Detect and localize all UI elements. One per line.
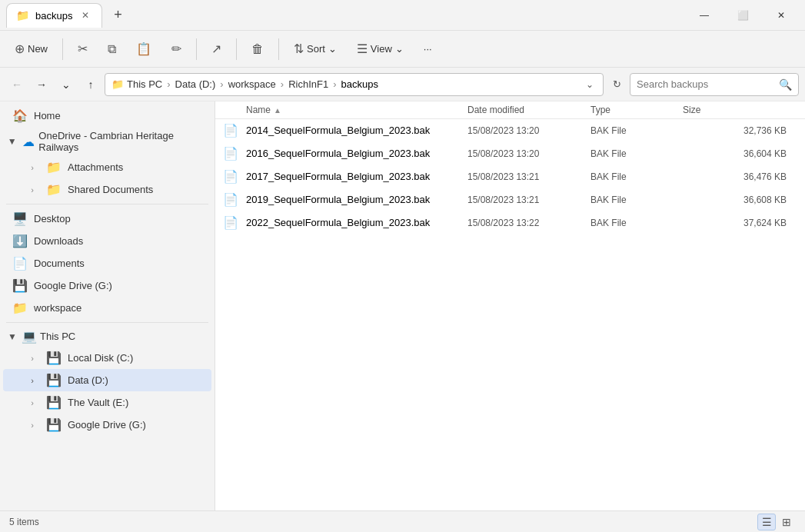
- file-name-cell: 2014_SequelFormula_Belgium_2023.bak: [240, 125, 467, 136]
- sidebar-item-workspace[interactable]: 📁 workspace 📌: [3, 297, 211, 319]
- sidebar-group-onedrive[interactable]: ▼ ☁ OneDrive - Cambrian Heritage Railway…: [0, 127, 215, 156]
- file-name-cell: 2016_SequelFormula_Belgium_2023.bak: [240, 148, 467, 159]
- refresh-button[interactable]: ↻: [607, 75, 627, 95]
- sort-chevron-icon: ⌄: [328, 43, 337, 55]
- sidebar-divider-1: [6, 204, 208, 204]
- sidebar-group-thispc[interactable]: ▼ 💻 This PC: [0, 326, 215, 347]
- rename-icon: ✏: [171, 42, 181, 56]
- window-controls: — ⬜ ✕: [687, 3, 799, 28]
- col-date-label: Date modified: [467, 105, 524, 115]
- onedrive-expand-icon: ▼: [6, 136, 18, 147]
- file-type-cell: BAK File: [590, 171, 683, 182]
- minimize-button[interactable]: —: [687, 3, 722, 28]
- gdrive-expand-icon: ›: [25, 421, 40, 430]
- toolbar-sep-2: [196, 38, 197, 60]
- sidebar-item-vault-e[interactable]: › 💾 The Vault (E:): [3, 391, 211, 414]
- view-icon: ☰: [357, 42, 368, 56]
- grid-view-button[interactable]: ⊞: [777, 514, 796, 530]
- col-name-label: Name: [246, 105, 271, 115]
- back-button[interactable]: ←: [6, 74, 28, 95]
- search-icon: 🔍: [779, 78, 792, 91]
- thispc-icon: 💻: [22, 329, 37, 344]
- up-button[interactable]: ↑: [80, 74, 101, 95]
- file-bak-icon: 📄: [221, 123, 240, 138]
- addressbar: ← → ⌄ ↑ 📁 This PC › Data (D:) › workspac…: [0, 68, 805, 101]
- search-input[interactable]: [637, 78, 776, 90]
- vault-label: The Vault (E:): [68, 397, 205, 408]
- sidebar-item-desktop[interactable]: 🖥️ Desktop 📌: [3, 208, 211, 230]
- sidebar-item-data-d[interactable]: › 💾 Data (D:): [3, 369, 211, 391]
- col-date-header[interactable]: Date modified: [467, 105, 590, 115]
- sort-label: Sort: [307, 43, 325, 55]
- tab-close-button[interactable]: ✕: [78, 8, 92, 22]
- tab-folder-icon: 📁: [16, 9, 29, 22]
- paste-button[interactable]: 📋: [128, 36, 160, 62]
- share-button[interactable]: ↗: [203, 36, 230, 62]
- toolbar: ⊕ New ✂ ⧉ 📋 ✏ ↗ 🗑 ⇅ Sort ⌄ ☰ View ⌄ ···: [0, 31, 805, 68]
- gdrive-quick-label: Google Drive (G:): [34, 280, 188, 291]
- sidebar: 🏠 Home ▼ ☁ OneDrive - Cambrian Heritage …: [0, 101, 215, 510]
- address-dropdown-button[interactable]: ⌄: [583, 78, 597, 91]
- tab-backups[interactable]: 📁 backups ✕: [6, 3, 102, 28]
- shared-docs-label: Shared Documents: [68, 184, 205, 195]
- col-size-header[interactable]: Size: [683, 105, 799, 115]
- file-name-cell: 2022_SequelFormula_Belgium_2023.bak: [240, 217, 467, 228]
- search-box[interactable]: 🔍: [630, 73, 799, 96]
- file-name-cell: 2017_SequelFormula_Belgium_2023.bak: [240, 171, 467, 182]
- delete-button[interactable]: 🗑: [243, 37, 272, 62]
- file-size-cell: 36,476 KB: [683, 171, 799, 182]
- col-name-header[interactable]: Name ▲: [221, 105, 467, 115]
- col-type-header[interactable]: Type: [590, 105, 683, 115]
- sort-icon: ⇅: [294, 42, 304, 56]
- table-row[interactable]: 📄 2014_SequelFormula_Belgium_2023.bak 15…: [215, 119, 805, 142]
- file-bak-icon: 📄: [221, 169, 240, 184]
- col-size-label: Size: [683, 105, 700, 115]
- sidebar-item-documents[interactable]: 📄 Documents 📌: [3, 252, 211, 274]
- file-type-cell: BAK File: [590, 218, 683, 228]
- file-size-cell: 32,736 KB: [683, 125, 799, 136]
- new-button[interactable]: ⊕ New: [6, 36, 56, 62]
- view-label: View: [371, 43, 392, 55]
- sidebar-item-home[interactable]: 🏠 Home: [3, 105, 211, 127]
- delete-icon: 🗑: [251, 42, 264, 56]
- file-type-cell: BAK File: [590, 195, 683, 205]
- more-button[interactable]: ···: [415, 38, 441, 60]
- restore-button[interactable]: ⬜: [725, 3, 760, 28]
- attachments-expand-icon: ›: [25, 163, 40, 172]
- sidebar-item-downloads[interactable]: ⬇️ Downloads 📌: [3, 230, 211, 252]
- crumb-datad: Data (D:): [175, 78, 216, 90]
- copy-icon: ⧉: [108, 42, 116, 56]
- close-window-button[interactable]: ✕: [763, 3, 799, 28]
- expand-nav-button[interactable]: ⌄: [55, 74, 77, 95]
- sidebar-item-gdrive-g[interactable]: › 💾 Google Drive (G:): [3, 414, 211, 436]
- cut-button[interactable]: ✂: [69, 36, 96, 62]
- sidebar-item-shared-docs[interactable]: › 📁 Shared Documents: [3, 178, 211, 201]
- table-row[interactable]: 📄 2017_SequelFormula_Belgium_2023.bak 15…: [215, 165, 805, 188]
- toolbar-sep-3: [236, 38, 237, 60]
- sort-button[interactable]: ⇅ Sort ⌄: [285, 36, 345, 62]
- forward-button[interactable]: →: [31, 74, 52, 95]
- name-sort-icon: ▲: [274, 106, 281, 115]
- attachments-label: Attachments: [68, 161, 205, 173]
- sidebar-item-local-c[interactable]: › 💾 Local Disk (C:): [3, 347, 211, 369]
- table-row[interactable]: 📄 2019_SequelFormula_Belgium_2023.bak 15…: [215, 188, 805, 211]
- address-bar-box[interactable]: 📁 This PC › Data (D:) › workspace › Rich…: [105, 73, 604, 96]
- localc-label: Local Disk (C:): [68, 352, 205, 364]
- file-date-cell: 15/08/2023 13:22: [467, 218, 590, 228]
- copy-button[interactable]: ⧉: [99, 37, 125, 62]
- view-button[interactable]: ☰ View ⌄: [348, 36, 412, 62]
- localc-drive-icon: 💾: [46, 351, 62, 365]
- file-type-cell: BAK File: [590, 125, 683, 136]
- sidebar-item-google-drive-quick[interactable]: 💾 Google Drive (G:) 📌: [3, 274, 211, 297]
- file-name-cell: 2019_SequelFormula_Belgium_2023.bak: [240, 194, 467, 205]
- rename-button[interactable]: ✏: [163, 36, 190, 62]
- list-view-button[interactable]: ☰: [757, 514, 776, 530]
- crumb-backups: backups: [341, 78, 378, 90]
- sidebar-item-attachments[interactable]: › 📁 Attachments: [3, 156, 211, 178]
- table-row[interactable]: 📄 2022_SequelFormula_Belgium_2023.bak 15…: [215, 211, 805, 234]
- workspace-label: workspace: [34, 302, 188, 314]
- new-tab-button[interactable]: +: [105, 3, 130, 28]
- onedrive-cloud-icon: ☁: [21, 135, 35, 149]
- gdrive-drive-icon: 💾: [46, 417, 62, 432]
- table-row[interactable]: 📄 2016_SequelFormula_Belgium_2023.bak 15…: [215, 142, 805, 165]
